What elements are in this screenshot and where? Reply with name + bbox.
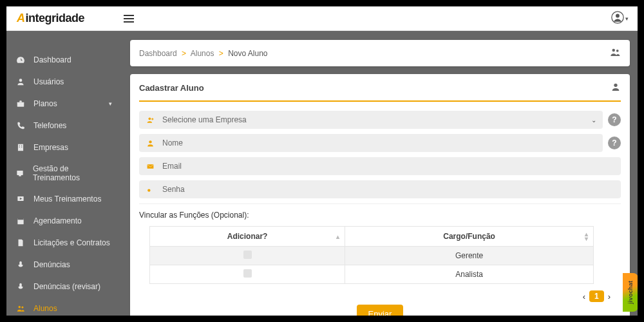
breadcrumb-link[interactable]: Alunos	[191, 49, 214, 58]
pager-page[interactable]: 1	[589, 290, 604, 302]
sidebar-item-plans[interactable]: Planos ▾	[6, 93, 121, 115]
breadcrumb-sep: >	[219, 49, 223, 58]
table-row: Analista	[150, 265, 594, 284]
name-input[interactable]: Nome	[139, 134, 603, 152]
svg-rect-7	[19, 147, 20, 147]
brand-accent: A	[17, 12, 25, 25]
sidebar-item-label: Dashboard	[33, 55, 71, 64]
breadcrumb-panel: Dashboard > Alunos > Novo Aluno	[130, 40, 630, 66]
content: Dashboard > Alunos > Novo Aluno Cadastra…	[121, 31, 638, 316]
play-icon	[15, 194, 26, 204]
role-cell: Analista	[345, 265, 594, 284]
svg-point-17	[19, 306, 21, 308]
svg-rect-9	[17, 171, 23, 175]
microphone-icon	[15, 260, 26, 270]
sidebar: Dashboard Usuários Planos ▾ Telefones Em…	[6, 31, 121, 316]
sidebar-item-training-mgmt[interactable]: Gestão de Treinamentos	[6, 158, 121, 188]
input-placeholder: Senha	[162, 185, 185, 194]
training-icon	[15, 168, 25, 178]
sidebar-item-reports[interactable]: Denúncias	[6, 254, 121, 276]
svg-rect-10	[19, 175, 22, 176]
roles-table: Adicionar? ▴ Cargo/Função ▴▾ G	[149, 226, 594, 284]
svg-point-27	[147, 189, 150, 191]
form-panel: Cadastrar Aluno Selecione uma Empresa ⌄ …	[130, 74, 630, 316]
roles-section-label: Vincular as Funções (Opcional):	[139, 211, 621, 220]
chevron-down-icon: ▾	[109, 100, 112, 107]
sidebar-item-label: Meus Treinamentos	[33, 194, 101, 204]
sidebar-item-reports-review[interactable]: Denúncias (revisar)	[6, 276, 121, 298]
input-placeholder: Nome	[162, 138, 183, 147]
brand-text: integridade	[26, 12, 85, 25]
sort-icon: ▴▾	[585, 232, 588, 241]
divider	[139, 204, 621, 204]
svg-rect-14	[17, 218, 23, 220]
sidebar-item-label: Empresas	[33, 143, 68, 152]
sidebar-item-companies[interactable]: Empresas	[6, 137, 121, 158]
chevron-down-icon: ▾	[625, 15, 629, 22]
microphone-icon	[15, 281, 26, 292]
chevron-down-icon: ⌄	[591, 117, 596, 124]
sidebar-item-label: Telefones	[33, 121, 66, 130]
user-plus-icon	[146, 116, 155, 124]
breadcrumb-link[interactable]: Dashboard	[139, 49, 177, 58]
svg-point-22	[616, 50, 619, 52]
envelope-icon	[146, 162, 155, 171]
user-menu[interactable]: ▾	[611, 11, 629, 26]
select-placeholder: Selecione uma Empresa	[162, 115, 247, 124]
pager: ‹ 1 ›	[139, 290, 611, 302]
user-icon	[146, 139, 155, 147]
password-input[interactable]: Senha	[139, 180, 621, 198]
role-cell: Gerente	[345, 247, 594, 265]
svg-point-21	[612, 49, 616, 52]
building-icon	[15, 142, 26, 153]
user-avatar-icon	[611, 11, 624, 26]
sidebar-item-label: Planos	[33, 99, 57, 108]
sidebar-item-label: Denúncias (revisar)	[33, 282, 100, 291]
email-input[interactable]: Email	[139, 157, 621, 175]
sidebar-item-students[interactable]: Alunos	[6, 298, 121, 316]
sidebar-item-my-trainings[interactable]: Meus Treinamentos	[6, 188, 121, 210]
sidebar-item-label: Agendamento	[33, 216, 82, 225]
svg-point-23	[614, 84, 617, 87]
sidebar-item-label: Denúncias	[33, 260, 70, 269]
breadcrumb: Dashboard > Alunos > Novo Aluno	[139, 49, 268, 58]
pager-prev[interactable]: ‹	[583, 292, 585, 301]
document-icon	[15, 238, 26, 248]
input-placeholder: Email	[162, 162, 182, 171]
checkbox[interactable]	[243, 269, 252, 278]
help-button[interactable]: ?	[608, 137, 621, 149]
speedometer-icon	[15, 55, 26, 65]
sort-icon: ▴	[336, 234, 339, 239]
svg-point-2	[19, 79, 23, 82]
sidebar-item-label: Usuários	[33, 77, 64, 86]
calendar-icon	[15, 216, 26, 226]
briefcase-icon	[15, 99, 26, 109]
breadcrumb-current: Novo Aluno	[228, 49, 267, 58]
breadcrumb-sep: >	[182, 49, 186, 58]
svg-rect-3	[17, 102, 24, 107]
submit-button[interactable]: Enviar	[357, 305, 404, 316]
users-icon	[609, 46, 621, 60]
sidebar-item-users[interactable]: Usuários	[6, 71, 121, 93]
svg-rect-26	[147, 164, 153, 169]
pager-next[interactable]: ›	[608, 292, 611, 301]
sidebar-item-phones[interactable]: Telefones	[6, 115, 121, 137]
checkbox[interactable]	[243, 251, 252, 259]
sidebar-item-dashboard[interactable]: Dashboard	[6, 49, 121, 71]
user-icon	[15, 77, 26, 87]
sidebar-item-label: Licitações e Contratos	[33, 238, 110, 247]
table-row: Gerente	[150, 247, 594, 265]
col-role[interactable]: Cargo/Função ▴▾	[345, 227, 594, 247]
menu-toggle-icon[interactable]	[124, 15, 137, 23]
company-select[interactable]: Selecione uma Empresa ⌄	[139, 111, 603, 129]
sidebar-item-scheduling[interactable]: Agendamento	[6, 210, 121, 232]
jivochat-tab[interactable]: jivochat	[623, 273, 638, 312]
svg-point-18	[21, 307, 23, 308]
help-button[interactable]: ?	[608, 113, 621, 126]
svg-rect-6	[21, 146, 22, 146]
sidebar-item-bids[interactable]: Licitações e Contratos	[6, 232, 121, 254]
svg-rect-5	[19, 146, 20, 146]
user-icon	[611, 82, 621, 94]
svg-point-25	[149, 140, 151, 143]
col-add[interactable]: Adicionar? ▴	[150, 227, 345, 247]
